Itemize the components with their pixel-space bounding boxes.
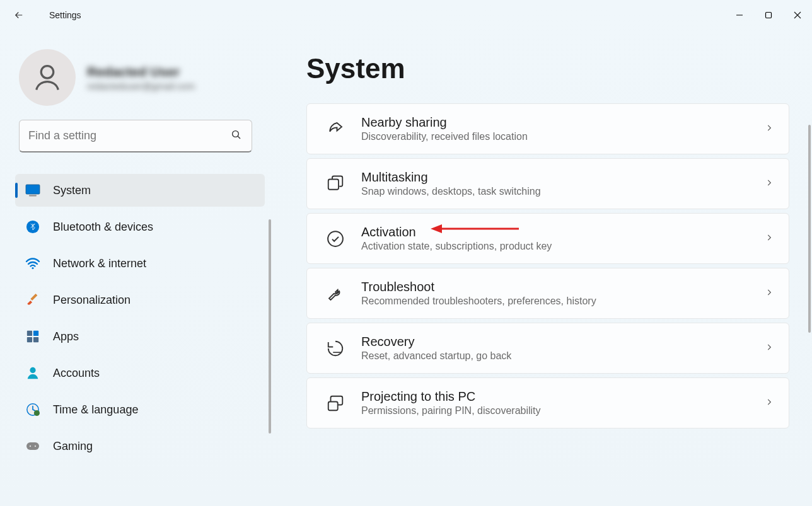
chevron-right-icon	[765, 398, 774, 409]
sidebar-item-network[interactable]: Network & internet	[15, 247, 265, 280]
wifi-icon	[25, 256, 40, 271]
search-wrap	[19, 120, 252, 152]
card-desc: Discoverability, received files location	[361, 131, 528, 142]
card-desc: Permissions, pairing PIN, discoverabilit…	[361, 405, 541, 417]
close-icon	[794, 11, 801, 19]
chevron-right-icon	[765, 288, 774, 299]
profile-block[interactable]: Redacted User redacteduser@gmail.com	[15, 49, 271, 120]
sidebar-item-bluetooth[interactable]: Bluetooth & devices	[15, 210, 265, 243]
card-troubleshoot[interactable]: Troubleshoot Recommended troubleshooters…	[306, 268, 789, 319]
card-title: Troubleshoot	[361, 280, 596, 294]
sidebar-item-system[interactable]: System	[15, 174, 265, 207]
page-title: System	[306, 53, 789, 84]
svg-point-11	[30, 367, 35, 373]
project-icon	[323, 394, 347, 413]
card-desc: Reset, advanced startup, go back	[361, 350, 511, 362]
svg-rect-14	[26, 442, 39, 450]
avatar	[19, 49, 76, 106]
svg-point-6	[32, 267, 33, 269]
main-content: System Nearby sharing Discoverability, r…	[271, 30, 812, 506]
card-title: Nearby sharing	[361, 115, 528, 130]
svg-point-16	[35, 446, 36, 447]
card-title: Recovery	[361, 335, 511, 349]
annotation-arrow-icon	[431, 222, 519, 235]
card-activation[interactable]: Activation Activation state, subscriptio…	[306, 213, 789, 264]
sidebar-item-gaming[interactable]: Gaming	[15, 430, 265, 463]
close-button[interactable]	[783, 3, 812, 28]
nav: System Bluetooth & devices Network & int…	[15, 174, 271, 463]
minimize-button[interactable]	[725, 3, 754, 28]
sidebar-item-label: Bluetooth & devices	[53, 221, 153, 234]
bluetooth-icon	[25, 219, 40, 234]
svg-point-1	[41, 66, 54, 79]
svg-point-15	[30, 446, 31, 447]
profile-name: Redacted User	[87, 64, 195, 79]
chevron-right-icon	[765, 233, 774, 244]
minimize-icon	[736, 11, 743, 19]
svg-rect-8	[33, 331, 38, 336]
sidebar-item-label: Network & internet	[53, 257, 146, 270]
profile-text: Redacted User redacteduser@gmail.com	[87, 64, 195, 91]
chevron-right-icon	[765, 124, 774, 135]
main-scrollbar[interactable]	[808, 125, 811, 333]
svg-rect-7	[27, 331, 32, 336]
card-recovery[interactable]: Recovery Reset, advanced startup, go bac…	[306, 323, 789, 374]
card-title: Multitasking	[361, 170, 541, 185]
settings-card-list: Nearby sharing Discoverability, received…	[306, 103, 789, 428]
svg-point-2	[233, 131, 239, 137]
maximize-icon	[765, 11, 772, 19]
card-projecting[interactable]: Projecting to this PC Permissions, pairi…	[306, 377, 789, 428]
card-title: Projecting to this PC	[361, 389, 541, 404]
wrench-icon	[323, 284, 347, 303]
card-desc: Snap windows, desktops, task switching	[361, 186, 541, 197]
chevron-right-icon	[765, 343, 774, 354]
svg-rect-10	[33, 337, 38, 342]
svg-rect-4	[29, 195, 37, 197]
card-multitasking[interactable]: Multitasking Snap windows, desktops, tas…	[306, 158, 789, 209]
svg-rect-3	[26, 185, 40, 194]
sidebar: Redacted User redacteduser@gmail.com Sys…	[0, 30, 271, 506]
share-icon	[323, 120, 347, 139]
maximize-button[interactable]	[754, 3, 783, 28]
back-button[interactable]	[6, 3, 32, 28]
sidebar-item-label: Time & language	[53, 403, 138, 417]
check-circle-icon	[323, 229, 347, 248]
sidebar-item-personalization[interactable]: Personalization	[15, 284, 265, 316]
sidebar-item-apps[interactable]: Apps	[15, 320, 265, 353]
caption-buttons	[725, 3, 812, 28]
svg-rect-17	[328, 179, 339, 189]
chevron-right-icon	[765, 178, 774, 190]
card-desc: Recommended troubleshooters, preferences…	[361, 296, 596, 307]
recovery-icon	[323, 339, 347, 358]
clock-icon	[25, 402, 40, 417]
svg-marker-20	[431, 224, 442, 233]
brush-icon	[25, 292, 40, 308]
search-icon	[231, 129, 242, 143]
svg-rect-22	[328, 401, 338, 410]
arrow-left-icon	[13, 9, 25, 21]
sidebar-item-label: Accounts	[53, 367, 100, 380]
gamepad-icon	[25, 439, 40, 454]
person-icon	[31, 61, 64, 94]
titlebar: Settings	[0, 0, 812, 30]
sidebar-item-label: Personalization	[53, 294, 130, 307]
card-desc: Activation state, subscriptions, product…	[361, 241, 552, 252]
svg-rect-9	[27, 337, 32, 342]
apps-icon	[25, 329, 40, 344]
profile-email: redacteduser@gmail.com	[87, 81, 195, 91]
app-title: Settings	[49, 10, 81, 20]
sidebar-item-accounts[interactable]: Accounts	[15, 357, 265, 389]
sidebar-item-label: Apps	[53, 330, 79, 343]
svg-point-18	[328, 231, 343, 246]
person-icon	[25, 365, 40, 381]
svg-rect-0	[766, 13, 772, 18]
windows-icon	[323, 175, 347, 193]
sidebar-item-label: Gaming	[53, 440, 93, 453]
search-input[interactable]	[19, 120, 252, 152]
sidebar-item-time-language[interactable]: Time & language	[15, 393, 265, 426]
system-icon	[25, 183, 40, 198]
sidebar-item-label: System	[53, 184, 91, 197]
card-nearby-sharing[interactable]: Nearby sharing Discoverability, received…	[306, 103, 789, 154]
